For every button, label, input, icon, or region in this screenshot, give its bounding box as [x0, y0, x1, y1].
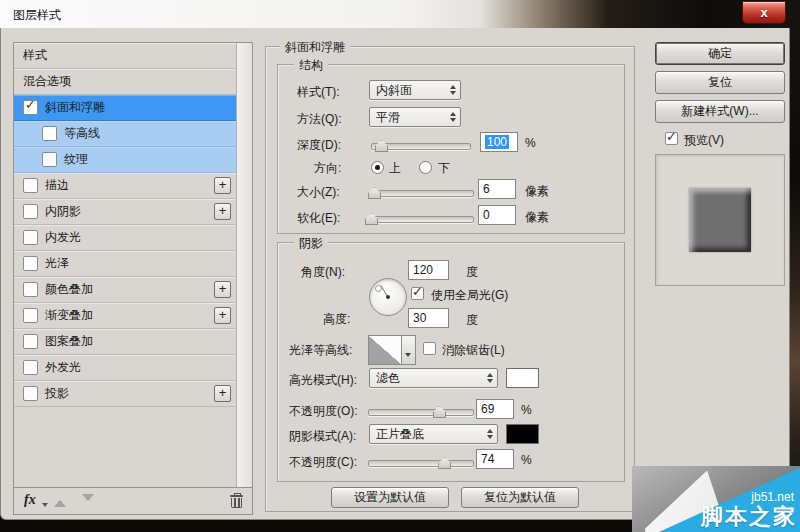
layer-style-row[interactable]: ✓ 内发光 — [14, 225, 237, 251]
style-checkbox[interactable]: ✓ — [23, 386, 38, 401]
technique-select[interactable]: 平滑 — [369, 107, 461, 127]
fx-icon[interactable]: fx — [24, 492, 36, 508]
direction-up-label: 上 — [389, 160, 401, 177]
layer-style-row[interactable]: ✓ 斜面和浮雕 — [14, 95, 237, 121]
layer-style-label: 渐变叠加 — [45, 307, 93, 324]
slider-thumb[interactable] — [438, 457, 451, 469]
preview-thumbnail — [689, 188, 751, 252]
soften-slider[interactable] — [371, 212, 474, 225]
soften-label: 软化(E): — [297, 210, 340, 227]
check-icon: ✓ — [25, 97, 36, 112]
add-effect-button[interactable]: + — [214, 307, 231, 324]
layer-style-row[interactable]: ✓ 投影 + — [14, 381, 237, 407]
gloss-contour-label: 光泽等高线: — [289, 342, 352, 359]
add-effect-button[interactable]: + — [214, 281, 231, 298]
reset-button[interactable]: 复位 — [655, 71, 785, 94]
style-checkbox[interactable]: ✓ — [42, 126, 57, 141]
highlight-opacity-unit: % — [521, 403, 532, 417]
antialias-label: 消除锯齿(L) — [442, 342, 505, 359]
layer-style-row[interactable]: ✓ 等高线 — [14, 121, 237, 147]
close-button[interactable]: x — [742, 1, 786, 24]
angle-unit: 度 — [466, 264, 478, 281]
layer-style-label: 外发光 — [45, 359, 81, 376]
style-checkbox[interactable]: ✓ — [23, 178, 38, 193]
contour-dropdown-button[interactable] — [402, 335, 416, 365]
layer-style-row[interactable]: ✓ 内阴影 + — [14, 199, 237, 225]
ok-button[interactable]: 确定 — [655, 42, 785, 65]
window-title: 图层样式 — [13, 7, 61, 24]
reset-default-button[interactable]: 复位为默认值 — [461, 487, 579, 508]
layer-style-label: 混合选项 — [23, 73, 71, 90]
soften-input[interactable]: 0 — [478, 205, 516, 225]
watermark-name: 脚本之家 — [701, 502, 797, 532]
gloss-contour-picker[interactable] — [368, 335, 417, 365]
depth-slider[interactable] — [371, 139, 471, 152]
style-label: 样式(T): — [297, 84, 340, 101]
move-effect-down-button[interactable] — [82, 494, 94, 507]
highlight-mode-select[interactable]: 滤色 — [369, 368, 498, 388]
slider-thumb[interactable] — [375, 140, 388, 152]
bevel-style-select[interactable]: 内斜面 — [369, 80, 461, 100]
chevron-down-icon — [405, 353, 411, 360]
layer-style-label: 图案叠加 — [45, 333, 93, 350]
style-checkbox[interactable]: ✓ — [23, 230, 38, 245]
highlight-color-swatch[interactable] — [506, 368, 539, 388]
layer-style-label: 内发光 — [45, 229, 81, 246]
layer-style-row[interactable]: 混合选项 — [14, 69, 237, 95]
use-global-light-label: 使用全局光(G) — [431, 287, 508, 304]
preview-checkbox[interactable]: ✓ — [665, 132, 678, 145]
altitude-input[interactable]: 30 — [408, 308, 449, 328]
sidebar-scrollbar[interactable] — [236, 43, 252, 487]
layer-style-row[interactable]: ✓ 颜色叠加 + — [14, 277, 237, 303]
shadow-opacity-slider[interactable] — [368, 456, 474, 469]
spinner-icon — [487, 373, 493, 383]
shadow-color-swatch[interactable] — [506, 424, 539, 444]
layer-style-dialog-screen: 图层样式 x 样式 混合选项 ✓ 斜面和浮雕 ✓ 等高线 ✓ 纹理 ✓ 描边 +… — [0, 0, 800, 532]
delete-effect-button[interactable] — [230, 493, 243, 508]
layer-style-row[interactable]: ✓ 渐变叠加 + — [14, 303, 237, 329]
slider-thumb[interactable] — [368, 187, 381, 199]
depth-input[interactable]: 100 — [480, 132, 518, 152]
shadow-opacity-input[interactable]: 74 — [476, 449, 514, 469]
style-checkbox[interactable]: ✓ — [42, 152, 57, 167]
size-slider[interactable] — [371, 186, 474, 199]
depth-unit: % — [525, 136, 536, 150]
direction-up-radio[interactable] — [371, 161, 384, 174]
highlight-opacity-input[interactable]: 69 — [476, 399, 514, 419]
angle-dial[interactable] — [369, 278, 407, 316]
use-global-light-checkbox[interactable]: ✓ — [411, 287, 424, 300]
direction-label: 方向: — [314, 160, 341, 177]
style-checkbox[interactable]: ✓ — [23, 360, 38, 375]
slider-thumb[interactable] — [433, 406, 446, 418]
antialias-checkbox[interactable] — [423, 342, 436, 355]
size-unit: 像素 — [525, 183, 549, 200]
shadow-mode-select[interactable]: 正片叠底 — [369, 424, 498, 444]
layer-style-row[interactable]: ✓ 外发光 — [14, 355, 237, 381]
layer-style-row[interactable]: ✓ 图案叠加 — [14, 329, 237, 355]
set-default-button[interactable]: 设置为默认值 — [331, 487, 449, 508]
direction-down-radio[interactable] — [419, 161, 432, 174]
layer-style-row[interactable]: 样式 — [14, 43, 237, 69]
layer-style-row[interactable]: ✓ 光泽 — [14, 251, 237, 277]
highlight-opacity-slider[interactable] — [368, 405, 474, 418]
size-input[interactable]: 6 — [478, 179, 516, 199]
add-effect-button[interactable]: + — [214, 203, 231, 220]
layer-style-row[interactable]: ✓ 纹理 — [14, 147, 237, 173]
layer-style-row[interactable]: ✓ 描边 + — [14, 173, 237, 199]
style-checkbox[interactable]: ✓ — [23, 100, 38, 115]
move-effect-up-button[interactable] — [54, 494, 66, 507]
layer-style-label: 内阴影 — [45, 203, 81, 220]
add-effect-button[interactable]: + — [214, 385, 231, 402]
effects-list: 样式 混合选项 ✓ 斜面和浮雕 ✓ 等高线 ✓ 纹理 ✓ 描边 + ✓ 内阴影 … — [14, 43, 237, 487]
style-checkbox[interactable]: ✓ — [23, 282, 38, 297]
angle-input[interactable]: 120 — [408, 260, 449, 280]
style-checkbox[interactable]: ✓ — [23, 204, 38, 219]
title-bar: 图层样式 x — [0, 0, 800, 29]
desktop-background-right — [790, 28, 800, 532]
style-checkbox[interactable]: ✓ — [23, 308, 38, 323]
style-checkbox[interactable]: ✓ — [23, 256, 38, 271]
style-checkbox[interactable]: ✓ — [23, 334, 38, 349]
add-effect-button[interactable]: + — [214, 177, 231, 194]
preview-label: 预览(V) — [684, 132, 724, 149]
new-style-button[interactable]: 新建样式(W)... — [655, 100, 785, 123]
